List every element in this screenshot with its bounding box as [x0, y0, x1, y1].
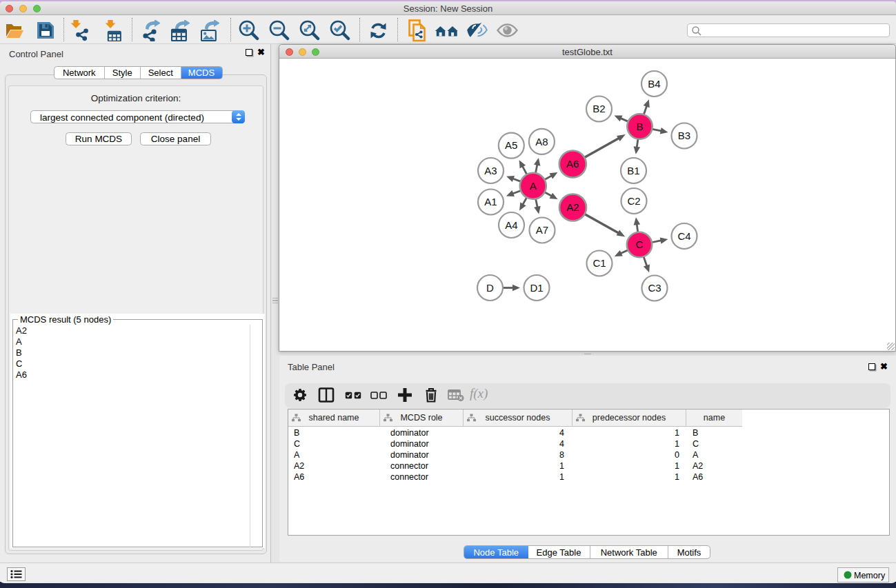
svg-text:A7: A7: [536, 224, 548, 236]
svg-text:B1: B1: [627, 165, 639, 176]
svg-text:C1: C1: [593, 257, 606, 269]
svg-text:A6: A6: [566, 158, 579, 170]
svg-text:A1: A1: [484, 196, 497, 207]
svg-text:A4: A4: [505, 219, 517, 231]
svg-text:B: B: [636, 121, 643, 132]
svg-text:C3: C3: [648, 282, 661, 294]
svg-text:C2: C2: [627, 195, 640, 207]
svg-text:A5: A5: [505, 139, 517, 151]
svg-text:B4: B4: [648, 78, 660, 90]
svg-text:B3: B3: [678, 130, 690, 141]
svg-text:A: A: [530, 180, 537, 192]
svg-text:B2: B2: [593, 103, 605, 114]
svg-text:D: D: [486, 282, 494, 294]
svg-text:A2: A2: [566, 201, 579, 213]
svg-text:C: C: [636, 239, 644, 250]
svg-text:D1: D1: [530, 282, 543, 294]
svg-text:C4: C4: [677, 230, 690, 242]
svg-text:A3: A3: [484, 165, 497, 176]
svg-text:A8: A8: [535, 136, 548, 148]
